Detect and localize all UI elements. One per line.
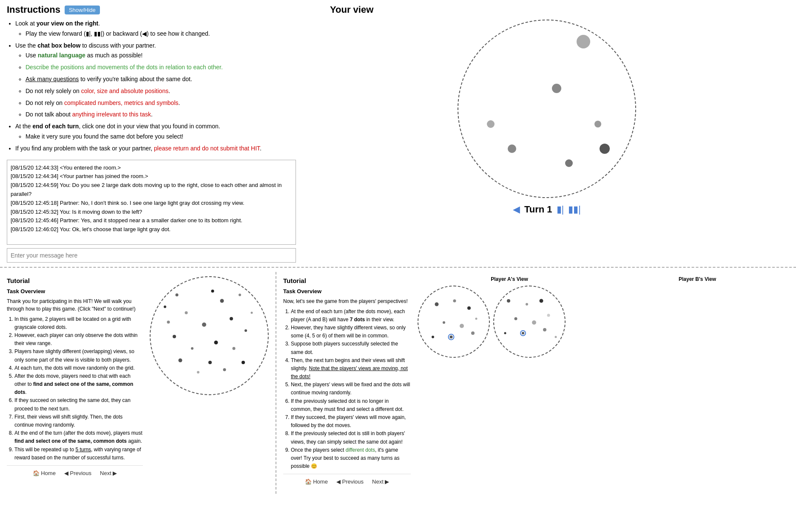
chat-message: [08/15/20 12:44:34] <Your partner has jo… <box>11 172 292 181</box>
tutorial-right-home[interactable]: 🏠 Home <box>305 478 328 486</box>
chat-message: [08/15/20 12:45:18] Partner: No, I don't… <box>11 199 292 208</box>
green-natural: natural language <box>38 52 85 59</box>
instructions-title: Instructions <box>7 4 60 15</box>
dot[interactable] <box>211 290 214 293</box>
instruction-item-2: Use the chat box below to discuss with y… <box>15 41 296 120</box>
tutorial-right-task-overview: Task Overview <box>283 287 411 296</box>
dot[interactable] <box>453 299 456 302</box>
dot[interactable] <box>242 361 245 364</box>
dot[interactable] <box>577 35 590 48</box>
dot[interactable] <box>244 329 247 332</box>
dot[interactable] <box>185 311 188 314</box>
tutorial-left-step: First, their views will shift slightly. … <box>14 413 143 429</box>
dot[interactable] <box>223 368 226 371</box>
chat-box: [08/15/20 12:44:33] <You entered the roo… <box>7 160 296 245</box>
dot[interactable] <box>522 332 524 334</box>
chat-message: [08/15/20 12:45:46] Partner: Yes, and it… <box>11 216 292 225</box>
dot[interactable] <box>460 324 464 328</box>
tutorial-right-step: However, they have slightly different vi… <box>291 324 411 340</box>
player-b-circle-container <box>493 286 566 358</box>
chat-input[interactable] <box>7 248 296 263</box>
red-return: please return and do not submit that HIT <box>154 145 260 152</box>
player-b-label: Player B's View <box>606 276 789 282</box>
tutorial-left: Tutorial Task Overview Thank you for par… <box>0 272 276 494</box>
show-hide-button[interactable]: Show/Hide <box>65 6 100 14</box>
dot[interactable] <box>594 121 601 127</box>
dot[interactable] <box>173 335 176 338</box>
dot[interactable] <box>547 314 550 317</box>
dot[interactable] <box>164 306 166 308</box>
dot[interactable] <box>214 340 218 344</box>
tutorial-text-left: Tutorial Task Overview Thank you for par… <box>7 276 143 490</box>
tutorial-left-intro: Thank you for participating in this HIT!… <box>7 297 143 313</box>
next-turn-button[interactable]: ▮| <box>557 204 564 215</box>
tutorial-left-next[interactable]: Next ▶ <box>100 469 117 478</box>
tutorial-left-step: If they succeed on selecting the same do… <box>14 396 143 413</box>
dot[interactable] <box>507 299 510 303</box>
instruction-item-1: Look at your view on the right. Play the… <box>15 19 296 39</box>
bold-turn: end of each turn <box>32 123 79 130</box>
dot[interactable] <box>230 317 233 320</box>
tutorial-right-step: If the previously selected dot is no lon… <box>291 397 411 413</box>
tutorial-right-next[interactable]: Next ▶ <box>372 478 389 486</box>
instruction-subitem-1: Play the view forward (▮|, ▮▮|) or backw… <box>26 29 296 39</box>
dot[interactable] <box>508 144 516 153</box>
view-circle <box>458 20 636 198</box>
dot[interactable] <box>202 323 206 327</box>
dot[interactable] <box>532 320 536 325</box>
dot[interactable] <box>467 306 471 310</box>
dot[interactable] <box>504 332 506 334</box>
bottom-section: Tutorial Task Overview Thank you for par… <box>0 268 796 498</box>
dot[interactable] <box>539 299 543 303</box>
dot[interactable] <box>449 335 452 338</box>
tutorial-right-step: If they succeed, the players' views will… <box>291 413 411 430</box>
tutorial-right-step: Once the players select different dots, … <box>291 446 411 471</box>
dot[interactable] <box>179 358 182 362</box>
right-panel: Your view ◀ Turn 1 ▮| ▮▮| <box>304 4 789 263</box>
next-turn-fast-button[interactable]: ▮▮| <box>568 204 581 215</box>
prev-turn-button[interactable]: ◀ <box>513 204 520 215</box>
dot[interactable] <box>471 331 475 335</box>
tutorial-left-step: Players have slightly different (overlap… <box>14 348 143 364</box>
red-color: color, size and absolute positions <box>81 88 168 94</box>
dot[interactable] <box>239 294 241 296</box>
green-describe: Describe the positions and movements of … <box>26 64 223 71</box>
dot[interactable] <box>554 336 557 338</box>
dot[interactable] <box>197 371 199 374</box>
dot[interactable] <box>432 336 434 338</box>
chat-message: [08/15/20 12:44:59] You: Do you see 2 la… <box>11 181 292 199</box>
dot[interactable] <box>251 311 253 314</box>
dot[interactable] <box>167 320 170 323</box>
dot[interactable] <box>175 293 178 296</box>
dot[interactable] <box>435 303 438 306</box>
dot[interactable] <box>515 317 517 320</box>
chat-message: [08/15/20 12:45:32] You: Is it moving do… <box>11 208 292 217</box>
tutorial-right-prev[interactable]: ◀ Previous <box>336 478 364 486</box>
dot[interactable] <box>443 321 445 324</box>
bold-text: your view on the right <box>37 20 98 27</box>
dot[interactable] <box>565 159 573 167</box>
tutorial-text-right: Tutorial Task Overview Now, let's see th… <box>283 276 411 490</box>
instruction-subitem-describe: Describe the positions and movements of … <box>26 62 296 73</box>
dot[interactable] <box>526 303 528 306</box>
chat-message: [08/15/20 12:44:33] <You entered the roo… <box>11 164 292 173</box>
dot[interactable] <box>233 347 236 350</box>
dot[interactable] <box>220 299 224 303</box>
dot[interactable] <box>600 144 610 154</box>
player-a-label: Player A's View <box>418 276 601 282</box>
dot[interactable] <box>552 84 561 93</box>
player-a-circle-container <box>418 286 490 358</box>
instruction-item-3: At the end of each turn, click one dot i… <box>15 122 296 142</box>
tutorial-left-step: At each turn, the dots will move randoml… <box>14 364 143 372</box>
dot[interactable] <box>475 318 478 320</box>
player-a-circle <box>418 286 490 358</box>
tutorial-right-step: Then, the next turn begins and their vie… <box>291 357 411 381</box>
tutorial-left-prev[interactable]: ◀ Previous <box>64 469 91 478</box>
dot[interactable] <box>543 328 546 331</box>
tutorial-left-home[interactable]: 🏠 Home <box>33 469 56 478</box>
dot[interactable] <box>208 361 212 364</box>
red-irrelevant: anything irrelevant to this task <box>72 111 151 118</box>
dot[interactable] <box>191 347 193 350</box>
tutorial-right-step: Suppose both players successfully select… <box>291 340 411 356</box>
dot[interactable] <box>487 120 495 128</box>
